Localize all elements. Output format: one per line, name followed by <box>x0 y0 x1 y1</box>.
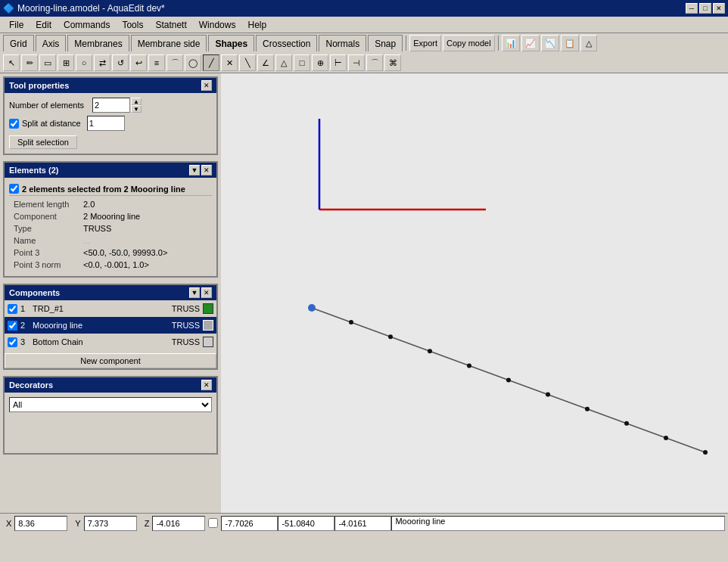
status-val1: -7.7026 <box>221 516 278 531</box>
menu-statnett[interactable]: Statnett <box>149 18 192 32</box>
split-distance-checkbox[interactable] <box>9 119 19 129</box>
graph-btn5[interactable]: △ <box>580 35 597 51</box>
split-distance-row: Split at distance <box>9 116 212 131</box>
component-row-3[interactable]: 3 Bottom Chain TRUSS <box>5 334 216 350</box>
tab-axis[interactable]: Axis <box>36 35 67 51</box>
maximize-button[interactable]: □ <box>699 3 711 14</box>
tool-properties-close[interactable]: ✕ <box>201 80 212 91</box>
split-distance-label: Split at distance <box>22 119 81 128</box>
graph-btn2[interactable]: 📈 <box>521 35 540 51</box>
tab-normals[interactable]: Normals <box>319 35 366 51</box>
components-collapse[interactable]: ▼ <box>189 287 200 298</box>
decorators-title: Decorators <box>9 380 53 390</box>
elements-select-all[interactable] <box>9 184 19 194</box>
component-3-type: TRUSS <box>166 337 200 346</box>
components-body: 1 TRD_#1 TRUSS 2 Moooring line TRUSS 3 B… <box>5 300 216 368</box>
menu-tools[interactable]: Tools <box>116 18 149 32</box>
decorators-dropdown[interactable]: All None <box>9 397 212 412</box>
graph-btn3[interactable]: 📉 <box>541 35 559 51</box>
num-elements-down[interactable]: ▼ <box>131 105 142 113</box>
elements-header: Elements (2) ▼ ✕ <box>5 163 216 178</box>
split-tool[interactable]: ⊢ <box>330 54 347 71</box>
split-selection-button[interactable]: Split selection <box>9 135 77 149</box>
prop-value-element-length: 2.0 <box>80 199 210 210</box>
rect-select-tool[interactable]: ▭ <box>39 54 56 71</box>
pencil-tool[interactable]: ✏ <box>21 54 38 71</box>
tool-properties-controls: ✕ <box>201 80 212 91</box>
graph-btn1[interactable]: 📊 <box>502 35 520 51</box>
sep1 <box>406 36 406 51</box>
elements-close[interactable]: ✕ <box>201 165 212 175</box>
export-button[interactable]: Export <box>409 35 441 51</box>
component-1-checkbox[interactable] <box>8 304 17 314</box>
num-elements-input[interactable] <box>92 98 130 113</box>
status-checkbox[interactable] <box>208 518 218 528</box>
tab-crossection[interactable]: Crossection <box>256 35 317 51</box>
cross-tool[interactable]: ✕ <box>221 54 238 71</box>
menu-file[interactable]: File <box>3 18 30 32</box>
menu-edit[interactable]: Edit <box>30 18 58 32</box>
component-1-num: 1 <box>20 304 33 313</box>
diagonal-tool[interactable]: ╲ <box>239 54 256 71</box>
graph-btn4[interactable]: 📋 <box>561 35 579 51</box>
grid-tool[interactable]: ⊞ <box>58 54 74 71</box>
main-canvas <box>221 73 728 513</box>
num-elements-row: Number of elements ▲ ▼ <box>9 98 212 113</box>
split-distance-input[interactable] <box>87 116 125 131</box>
sep2 <box>498 36 499 51</box>
new-component-button[interactable]: New component <box>5 353 216 368</box>
component-3-checkbox[interactable] <box>8 337 17 347</box>
canvas-area <box>221 73 728 513</box>
rect-tool[interactable]: □ <box>294 54 310 71</box>
menu-help[interactable]: Help <box>241 18 272 32</box>
mesh-tool[interactable]: ≡ <box>148 54 165 71</box>
tool-properties-title: Tool properties <box>9 81 69 90</box>
fill-tool[interactable]: ⊕ <box>312 54 328 71</box>
component-3-color <box>203 337 213 347</box>
tab-shapes[interactable]: Shapes <box>208 35 254 51</box>
rotate-tool[interactable]: ↺ <box>112 54 129 71</box>
elements-collapse[interactable]: ▼ <box>189 165 200 175</box>
tab-grid[interactable]: Grid <box>3 35 34 51</box>
menu-windows[interactable]: Windows <box>193 18 242 32</box>
component-2-color <box>203 320 213 331</box>
tab-membranes[interactable]: Membranes <box>67 35 129 51</box>
elements-selected-text: 2 elements selected from 2 Moooring line <box>22 185 185 194</box>
components-title: Components <box>9 288 60 297</box>
titlebar: 🔷 Mooring-line.amodel - AquaEdit dev* ─ … <box>0 0 728 17</box>
menu-commands[interactable]: Commands <box>58 18 116 32</box>
extra-tool[interactable]: ⌘ <box>384 54 401 71</box>
tab-snap[interactable]: Snap <box>368 35 403 51</box>
component-row-2[interactable]: 2 Moooring line TRUSS <box>5 317 216 334</box>
components-close[interactable]: ✕ <box>201 287 212 298</box>
curve-tool[interactable]: ⌒ <box>366 54 383 71</box>
num-elements-up[interactable]: ▲ <box>131 98 142 105</box>
undo-tool[interactable]: ↩ <box>130 54 147 71</box>
triangle-tool[interactable]: △ <box>275 54 292 71</box>
decorators-close[interactable]: ✕ <box>201 380 212 390</box>
minimize-button[interactable]: ─ <box>686 3 698 14</box>
line-tool[interactable]: ╱ <box>203 54 219 71</box>
prop-label-point3norm: Point 3 norm <box>11 259 79 270</box>
select-tool[interactable]: ↖ <box>3 54 20 71</box>
ellipse-tool[interactable]: ◯ <box>185 54 201 71</box>
component-2-checkbox[interactable] <box>8 321 17 331</box>
circle-tool[interactable]: ○ <box>76 54 92 71</box>
component-row-1[interactable]: 1 TRD_#1 TRUSS <box>5 300 216 317</box>
angle-tool[interactable]: ∠ <box>257 54 274 71</box>
left-panel: Tool properties ✕ Number of elements ▲ ▼… <box>0 73 221 513</box>
component-3-num: 3 <box>20 337 33 346</box>
move-tool[interactable]: ⇄ <box>94 54 110 71</box>
num-elements-label: Number of elements <box>9 101 92 110</box>
copy-model-button[interactable]: Copy model <box>443 35 495 51</box>
tab-membrane-side[interactable]: Membrane side <box>131 35 207 51</box>
join-tool[interactable]: ⊣ <box>348 54 365 71</box>
table-row: Element length 2.0 <box>11 199 210 210</box>
z-value: -4.016 <box>152 516 205 531</box>
components-header: Components ▼ ✕ <box>5 285 216 300</box>
close-button[interactable]: ✕ <box>713 3 725 14</box>
prop-value-point3: <50.0, -50.0, 99993.0> <box>80 247 210 258</box>
titlebar-left: 🔷 Mooring-line.amodel - AquaEdit dev* <box>3 3 165 14</box>
path-tool[interactable]: ⌒ <box>166 54 183 71</box>
tool-properties-panel: Tool properties ✕ Number of elements ▲ ▼… <box>3 76 218 155</box>
